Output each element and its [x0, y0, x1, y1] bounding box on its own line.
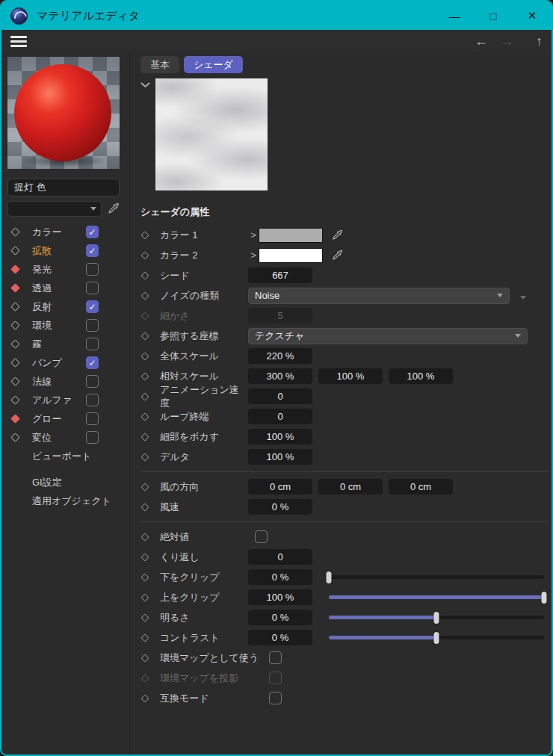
channel-checkbox[interactable]: ✓ [86, 356, 99, 369]
channel-label[interactable]: 法線 [32, 375, 81, 388]
chevron-down-icon [515, 334, 521, 338]
channel-checkbox[interactable]: ✓ [86, 319, 99, 332]
detail-attenuation-field[interactable]: 100 % [248, 429, 312, 444]
brightness-field[interactable]: 0 % [248, 610, 312, 625]
menu-icon[interactable] [10, 36, 27, 47]
relative-scale-x-field[interactable]: 300 % [248, 368, 312, 384]
channel-label[interactable]: 反射 [32, 300, 81, 314]
property-label: 細部をボカす [160, 430, 248, 444]
preset-row [7, 201, 129, 217]
expand-chevron-icon[interactable]: > [248, 229, 259, 241]
space-dropdown[interactable]: テクスチャ [248, 328, 528, 344]
wind-z-field[interactable]: 0 cm [389, 479, 453, 495]
channel-label[interactable]: グロー [32, 412, 81, 426]
check-icon: ✓ [88, 303, 96, 312]
color1-swatch[interactable] [259, 228, 323, 243]
material-name-input[interactable]: 提灯 色 [7, 179, 120, 196]
high-clip-field[interactable]: 100 % [248, 589, 312, 605]
low-clip-slider[interactable] [329, 575, 544, 579]
channel-diamond-icon [10, 339, 20, 349]
shader-texture-preview[interactable] [155, 78, 268, 190]
relative-scale-z-field[interactable]: 100 % [389, 368, 453, 384]
slider-handle[interactable] [542, 592, 547, 604]
channel-checkbox[interactable]: ✓ [86, 300, 99, 313]
property-row-project-environment: 環境マップを投影 ✓ [140, 668, 549, 688]
channel-checkbox[interactable]: ✓ [86, 431, 99, 444]
property-row-compatibility-mode: 互換モード ✓ [140, 688, 549, 708]
channel-checkbox[interactable]: ✓ [86, 226, 99, 238]
slider-handle[interactable] [434, 632, 439, 644]
use-as-environment-checkbox[interactable]: ✓ [269, 651, 282, 664]
global-scale-field[interactable]: 220 % [248, 348, 312, 364]
wind-speed-field[interactable]: 0 % [248, 499, 312, 515]
loop-period-field[interactable]: 0 [248, 409, 312, 424]
noise-type-dropdown[interactable]: Noise [248, 288, 510, 304]
channel-label[interactable]: 環境 [32, 319, 81, 332]
channel-checkbox[interactable]: ✓ [86, 338, 99, 350]
eyedropper-icon[interactable] [108, 202, 120, 215]
sidebar-item-viewport[interactable]: ビューポート [7, 447, 129, 465]
collapse-chevron-icon[interactable] [140, 78, 155, 190]
channel-label[interactable]: 霧 [32, 338, 81, 351]
check-icon: ✓ [88, 359, 96, 368]
channel-label[interactable]: 拡散 [32, 244, 81, 258]
cycles-field[interactable]: 0 [248, 549, 312, 565]
property-diamond-icon [140, 553, 149, 561]
wind-y-field[interactable]: 0 cm [318, 479, 383, 495]
property-diamond-icon [140, 613, 149, 622]
channel-checkbox[interactable]: ✓ [86, 375, 99, 388]
low-clip-field[interactable]: 0 % [248, 569, 312, 585]
delta-field[interactable]: 100 % [248, 449, 312, 465]
absolute-checkbox[interactable]: ✓ [255, 530, 268, 543]
back-arrow-icon[interactable]: ← [475, 34, 488, 48]
tab-shader[interactable]: シェーダ [184, 56, 243, 73]
eyedropper-icon[interactable] [332, 250, 344, 261]
channel-label[interactable]: バンプ [32, 356, 81, 370]
close-button[interactable]: ✕ [513, 1, 552, 30]
channel-checkbox[interactable]: ✓ [86, 282, 99, 294]
chevron-down-icon [497, 294, 503, 297]
up-arrow-icon[interactable]: ↑ [536, 34, 543, 48]
noise-preset-arrow-icon[interactable] [520, 289, 526, 303]
wind-x-field[interactable]: 0 cm [248, 479, 312, 495]
contrast-slider[interactable] [329, 636, 544, 639]
eyedropper-icon[interactable] [332, 229, 344, 241]
channel-diamond-icon [10, 246, 20, 255]
channel-checkbox[interactable]: ✓ [86, 412, 99, 425]
color2-swatch[interactable] [259, 248, 323, 263]
property-label: カラー 1 [160, 229, 248, 242]
slider-handle[interactable] [434, 612, 439, 624]
property-row-seed: シード 667 [140, 265, 549, 285]
channel-checkbox[interactable]: ✓ [86, 394, 99, 406]
channel-label[interactable]: 変位 [32, 431, 81, 444]
main-panel: 基本 シェーダ シェーダの属性 カラー 1 > [130, 52, 552, 755]
channel-label[interactable]: アルファ [32, 394, 81, 407]
channel-label[interactable]: 発光 [32, 263, 81, 276]
material-preview[interactable] [7, 57, 120, 169]
property-label: くり返し [160, 551, 248, 564]
property-diamond-icon [140, 633, 149, 642]
maximize-button[interactable]: □ [474, 1, 513, 30]
slider-handle[interactable] [327, 571, 332, 583]
seed-field[interactable]: 667 [248, 267, 312, 283]
brightness-slider[interactable] [329, 616, 544, 619]
sidebar-item-assignments[interactable]: 適用オブジェクト [7, 492, 129, 510]
channel-label[interactable]: カラー [32, 226, 81, 239]
channel-checkbox[interactable]: ✓ [86, 263, 99, 276]
contrast-field[interactable]: 0 % [248, 630, 312, 645]
animation-speed-field[interactable]: 0 [248, 388, 312, 404]
property-row-use-as-environment: 環境マップとして使う ✓ [140, 648, 549, 668]
tab-basic[interactable]: 基本 [140, 56, 179, 73]
minimize-button[interactable]: — [435, 1, 474, 30]
sidebar-item-gi-settings[interactable]: GI設定 [7, 473, 129, 492]
compatibility-mode-checkbox[interactable]: ✓ [269, 692, 282, 704]
relative-scale-y-field[interactable]: 100 % [318, 368, 383, 384]
channel-checkbox[interactable]: ✓ [86, 244, 99, 257]
section-title: シェーダの属性 [140, 205, 549, 219]
property-diamond-icon [140, 533, 149, 541]
expand-chevron-icon[interactable]: > [248, 250, 259, 261]
high-clip-slider[interactable] [329, 595, 544, 599]
channel-label[interactable]: 透過 [32, 282, 81, 295]
channel-row-luminance: 発光 ✓ [7, 260, 129, 279]
preset-dropdown[interactable] [7, 201, 102, 217]
